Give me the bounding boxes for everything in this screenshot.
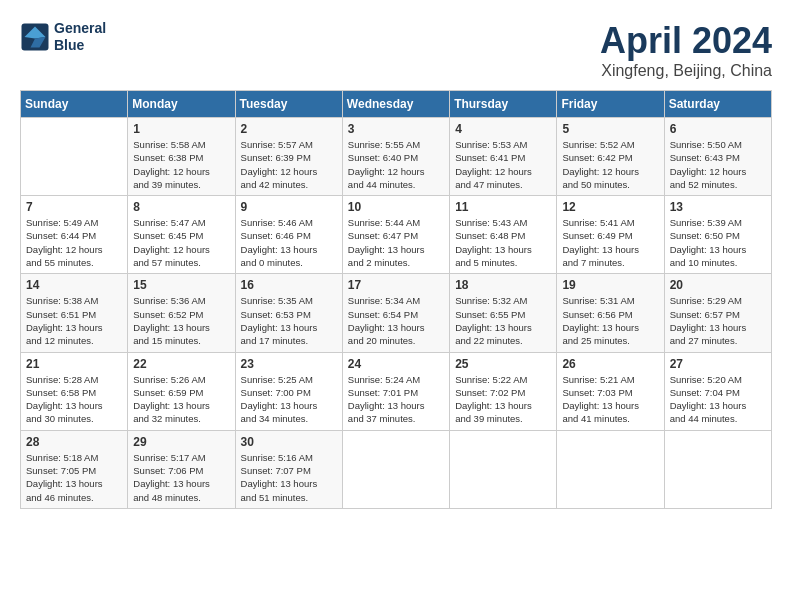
calendar-cell: 24Sunrise: 5:24 AM Sunset: 7:01 PM Dayli… [342, 352, 449, 430]
day-number: 21 [26, 357, 122, 371]
day-number: 27 [670, 357, 766, 371]
day-number: 6 [670, 122, 766, 136]
day-info: Sunrise: 5:32 AM Sunset: 6:55 PM Dayligh… [455, 294, 551, 347]
title-area: April 2024 Xingfeng, Beijing, China [600, 20, 772, 80]
day-number: 12 [562, 200, 658, 214]
calendar-cell: 16Sunrise: 5:35 AM Sunset: 6:53 PM Dayli… [235, 274, 342, 352]
day-info: Sunrise: 5:38 AM Sunset: 6:51 PM Dayligh… [26, 294, 122, 347]
week-row-4: 28Sunrise: 5:18 AM Sunset: 7:05 PM Dayli… [21, 430, 772, 508]
header-day-monday: Monday [128, 91, 235, 118]
day-info: Sunrise: 5:17 AM Sunset: 7:06 PM Dayligh… [133, 451, 229, 504]
day-info: Sunrise: 5:44 AM Sunset: 6:47 PM Dayligh… [348, 216, 444, 269]
day-number: 3 [348, 122, 444, 136]
day-number: 24 [348, 357, 444, 371]
day-number: 1 [133, 122, 229, 136]
calendar-cell: 20Sunrise: 5:29 AM Sunset: 6:57 PM Dayli… [664, 274, 771, 352]
calendar-cell: 5Sunrise: 5:52 AM Sunset: 6:42 PM Daylig… [557, 118, 664, 196]
week-row-0: 1Sunrise: 5:58 AM Sunset: 6:38 PM Daylig… [21, 118, 772, 196]
calendar-cell [664, 430, 771, 508]
day-info: Sunrise: 5:28 AM Sunset: 6:58 PM Dayligh… [26, 373, 122, 426]
calendar-cell: 13Sunrise: 5:39 AM Sunset: 6:50 PM Dayli… [664, 196, 771, 274]
calendar-cell: 19Sunrise: 5:31 AM Sunset: 6:56 PM Dayli… [557, 274, 664, 352]
header-day-thursday: Thursday [450, 91, 557, 118]
day-info: Sunrise: 5:47 AM Sunset: 6:45 PM Dayligh… [133, 216, 229, 269]
day-number: 30 [241, 435, 337, 449]
day-info: Sunrise: 5:26 AM Sunset: 6:59 PM Dayligh… [133, 373, 229, 426]
day-info: Sunrise: 5:34 AM Sunset: 6:54 PM Dayligh… [348, 294, 444, 347]
day-info: Sunrise: 5:49 AM Sunset: 6:44 PM Dayligh… [26, 216, 122, 269]
day-number: 26 [562, 357, 658, 371]
calendar-cell: 9Sunrise: 5:46 AM Sunset: 6:46 PM Daylig… [235, 196, 342, 274]
day-number: 4 [455, 122, 551, 136]
location-title: Xingfeng, Beijing, China [600, 62, 772, 80]
calendar-cell: 7Sunrise: 5:49 AM Sunset: 6:44 PM Daylig… [21, 196, 128, 274]
day-number: 8 [133, 200, 229, 214]
month-title: April 2024 [600, 20, 772, 62]
day-number: 19 [562, 278, 658, 292]
calendar-cell: 14Sunrise: 5:38 AM Sunset: 6:51 PM Dayli… [21, 274, 128, 352]
day-number: 7 [26, 200, 122, 214]
day-number: 25 [455, 357, 551, 371]
header-day-friday: Friday [557, 91, 664, 118]
calendar-cell [342, 430, 449, 508]
calendar-cell: 18Sunrise: 5:32 AM Sunset: 6:55 PM Dayli… [450, 274, 557, 352]
week-row-1: 7Sunrise: 5:49 AM Sunset: 6:44 PM Daylig… [21, 196, 772, 274]
calendar-cell [450, 430, 557, 508]
day-number: 28 [26, 435, 122, 449]
day-info: Sunrise: 5:52 AM Sunset: 6:42 PM Dayligh… [562, 138, 658, 191]
header-day-tuesday: Tuesday [235, 91, 342, 118]
day-info: Sunrise: 5:35 AM Sunset: 6:53 PM Dayligh… [241, 294, 337, 347]
calendar-cell [21, 118, 128, 196]
calendar-cell: 2Sunrise: 5:57 AM Sunset: 6:39 PM Daylig… [235, 118, 342, 196]
day-info: Sunrise: 5:21 AM Sunset: 7:03 PM Dayligh… [562, 373, 658, 426]
week-row-3: 21Sunrise: 5:28 AM Sunset: 6:58 PM Dayli… [21, 352, 772, 430]
day-number: 16 [241, 278, 337, 292]
day-info: Sunrise: 5:22 AM Sunset: 7:02 PM Dayligh… [455, 373, 551, 426]
day-number: 5 [562, 122, 658, 136]
calendar-cell: 22Sunrise: 5:26 AM Sunset: 6:59 PM Dayli… [128, 352, 235, 430]
day-info: Sunrise: 5:16 AM Sunset: 7:07 PM Dayligh… [241, 451, 337, 504]
calendar-cell: 11Sunrise: 5:43 AM Sunset: 6:48 PM Dayli… [450, 196, 557, 274]
calendar-cell: 8Sunrise: 5:47 AM Sunset: 6:45 PM Daylig… [128, 196, 235, 274]
day-number: 23 [241, 357, 337, 371]
day-info: Sunrise: 5:31 AM Sunset: 6:56 PM Dayligh… [562, 294, 658, 347]
calendar-cell: 23Sunrise: 5:25 AM Sunset: 7:00 PM Dayli… [235, 352, 342, 430]
day-number: 29 [133, 435, 229, 449]
calendar-cell: 28Sunrise: 5:18 AM Sunset: 7:05 PM Dayli… [21, 430, 128, 508]
header-day-wednesday: Wednesday [342, 91, 449, 118]
day-info: Sunrise: 5:53 AM Sunset: 6:41 PM Dayligh… [455, 138, 551, 191]
day-info: Sunrise: 5:29 AM Sunset: 6:57 PM Dayligh… [670, 294, 766, 347]
day-number: 17 [348, 278, 444, 292]
calendar-cell: 30Sunrise: 5:16 AM Sunset: 7:07 PM Dayli… [235, 430, 342, 508]
day-number: 22 [133, 357, 229, 371]
calendar-cell: 27Sunrise: 5:20 AM Sunset: 7:04 PM Dayli… [664, 352, 771, 430]
day-number: 9 [241, 200, 337, 214]
day-number: 14 [26, 278, 122, 292]
calendar-cell: 12Sunrise: 5:41 AM Sunset: 6:49 PM Dayli… [557, 196, 664, 274]
calendar-body: 1Sunrise: 5:58 AM Sunset: 6:38 PM Daylig… [21, 118, 772, 509]
calendar-cell: 25Sunrise: 5:22 AM Sunset: 7:02 PM Dayli… [450, 352, 557, 430]
day-info: Sunrise: 5:25 AM Sunset: 7:00 PM Dayligh… [241, 373, 337, 426]
logo-icon [20, 22, 50, 52]
day-info: Sunrise: 5:39 AM Sunset: 6:50 PM Dayligh… [670, 216, 766, 269]
day-number: 15 [133, 278, 229, 292]
calendar-cell: 29Sunrise: 5:17 AM Sunset: 7:06 PM Dayli… [128, 430, 235, 508]
day-info: Sunrise: 5:36 AM Sunset: 6:52 PM Dayligh… [133, 294, 229, 347]
day-info: Sunrise: 5:41 AM Sunset: 6:49 PM Dayligh… [562, 216, 658, 269]
calendar-table: SundayMondayTuesdayWednesdayThursdayFrid… [20, 90, 772, 509]
day-info: Sunrise: 5:46 AM Sunset: 6:46 PM Dayligh… [241, 216, 337, 269]
day-info: Sunrise: 5:20 AM Sunset: 7:04 PM Dayligh… [670, 373, 766, 426]
header-row: SundayMondayTuesdayWednesdayThursdayFrid… [21, 91, 772, 118]
calendar-cell: 21Sunrise: 5:28 AM Sunset: 6:58 PM Dayli… [21, 352, 128, 430]
calendar-cell: 26Sunrise: 5:21 AM Sunset: 7:03 PM Dayli… [557, 352, 664, 430]
day-number: 11 [455, 200, 551, 214]
calendar-cell: 3Sunrise: 5:55 AM Sunset: 6:40 PM Daylig… [342, 118, 449, 196]
calendar-cell [557, 430, 664, 508]
calendar-cell: 17Sunrise: 5:34 AM Sunset: 6:54 PM Dayli… [342, 274, 449, 352]
calendar-cell: 10Sunrise: 5:44 AM Sunset: 6:47 PM Dayli… [342, 196, 449, 274]
day-number: 20 [670, 278, 766, 292]
day-number: 18 [455, 278, 551, 292]
calendar-cell: 15Sunrise: 5:36 AM Sunset: 6:52 PM Dayli… [128, 274, 235, 352]
calendar-cell: 4Sunrise: 5:53 AM Sunset: 6:41 PM Daylig… [450, 118, 557, 196]
header: General Blue April 2024 Xingfeng, Beijin… [20, 20, 772, 80]
